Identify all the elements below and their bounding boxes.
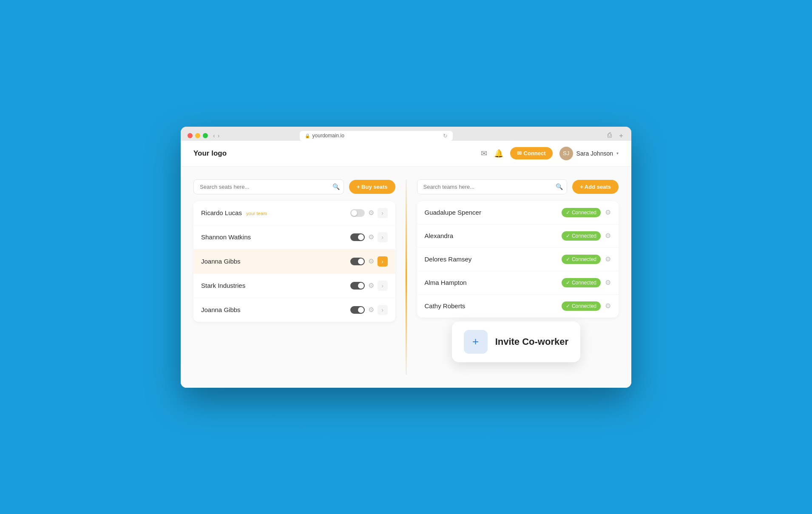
gear-icon[interactable]: ⚙ [368, 257, 374, 265]
nav-arrows: ‹ › [213, 132, 219, 139]
check-icon: ✓ [566, 256, 570, 262]
item-name: Joanna Gibbs [201, 306, 346, 313]
list-item: Joanna Gibbs ⚙ › [193, 250, 395, 274]
add-seats-button[interactable]: + Add seats [572, 180, 619, 194]
connected-badge: ✓ Connected [562, 255, 601, 264]
list-item: Delores Ramsey ✓ Connected ⚙ [417, 248, 619, 271]
connected-badge: ✓ Connected [562, 301, 601, 311]
item-name: Ricardo Lucas your team [201, 209, 346, 216]
check-icon: ✓ [566, 303, 570, 309]
right-search-wrapper: 🔍 [417, 179, 568, 194]
refresh-icon[interactable]: ↻ [443, 133, 448, 139]
item-controls: ⚙ › [350, 305, 388, 315]
list-item: Cathy Roberts ✓ Connected ⚙ [417, 295, 619, 318]
toggle-switch[interactable] [350, 306, 365, 314]
item-name: Alexandra [425, 232, 557, 239]
invite-text: Invite Co-worker [495, 336, 568, 347]
search-teams-input[interactable] [417, 179, 568, 194]
search-teams-icon: 🔍 [556, 183, 563, 190]
list-item: Shannon Watkins ⚙ › [193, 225, 395, 250]
gear-icon[interactable]: ⚙ [605, 208, 611, 216]
list-item: Ricardo Lucas your team ⚙ › [193, 201, 395, 225]
close-button[interactable] [187, 133, 193, 138]
item-controls: ⚙ › [350, 232, 388, 242]
mail-icon[interactable]: ✉ [481, 149, 487, 158]
item-name: Guadalupe Spencer [425, 209, 557, 216]
gear-icon[interactable]: ⚙ [605, 232, 611, 240]
logo: Your logo [193, 149, 227, 158]
chevron-right-icon[interactable]: › [378, 305, 388, 315]
gear-icon[interactable]: ⚙ [368, 233, 374, 241]
invite-plus-icon: + [464, 330, 488, 354]
list-item: Stark Industries ⚙ › [193, 274, 395, 298]
item-name: Shannon Watkins [201, 233, 346, 241]
address-bar[interactable]: 🔒 yourdomain.io ↻ [300, 131, 453, 141]
item-name: Joanna Gibbs [201, 258, 346, 265]
gear-icon[interactable]: ⚙ [368, 281, 374, 290]
item-controls: ⚙ › [350, 256, 388, 267]
item-name: Alma Hampton [425, 279, 557, 286]
share-icon[interactable]: ⎙ [608, 131, 612, 140]
item-name: Cathy Roberts [425, 302, 557, 310]
connect-icon: ✉ [517, 150, 522, 156]
browser-actions: ⎙ ＋ [608, 131, 625, 140]
top-nav: Your logo ✉ 🔔 ✉ Connect SJ Sara Johnson … [181, 141, 631, 167]
panel-divider [406, 179, 407, 375]
list-item: Alexandra ✓ Connected ⚙ [417, 224, 619, 248]
connected-badge: ✓ Connected [562, 208, 601, 217]
seats-list: Ricardo Lucas your team ⚙ › Shannon W [193, 201, 395, 322]
list-item: Joanna Gibbs ⚙ › [193, 298, 395, 322]
nav-right: ✉ 🔔 ✉ Connect SJ Sara Johnson ▾ [481, 147, 619, 160]
left-search-wrapper: 🔍 [193, 179, 344, 194]
forward-arrow[interactable]: › [218, 132, 220, 139]
check-icon: ✓ [566, 280, 570, 286]
connected-badge: ✓ Connected [562, 278, 601, 287]
search-seats-input[interactable] [193, 179, 344, 194]
search-seats-icon: 🔍 [332, 183, 340, 190]
chevron-right-icon[interactable]: › [378, 256, 388, 267]
connect-button[interactable]: ✉ Connect [510, 147, 553, 159]
lock-icon: 🔒 [305, 133, 310, 138]
item-tag: your team [246, 211, 267, 216]
invite-coworker-card[interactable]: + Invite Co-worker [452, 321, 580, 362]
right-search-row: 🔍 + Add seats [417, 179, 619, 194]
connected-badge: ✓ Connected [562, 231, 601, 241]
check-icon: ✓ [566, 233, 570, 239]
toggle-switch[interactable] [350, 258, 365, 265]
avatar: SJ [559, 147, 573, 160]
item-name: Stark Industries [201, 282, 346, 289]
left-search-row: 🔍 + Buy seats [193, 179, 395, 194]
gear-icon[interactable]: ⚙ [368, 306, 374, 314]
chevron-right-icon[interactable]: › [378, 281, 388, 291]
item-controls: ⚙ › [350, 208, 388, 218]
new-tab-icon[interactable]: ＋ [618, 131, 625, 140]
item-name: Delores Ramsey [425, 256, 557, 263]
toggle-switch[interactable] [350, 282, 365, 290]
gear-icon[interactable]: ⚙ [605, 278, 611, 287]
item-controls: ⚙ › [350, 281, 388, 291]
left-panel: 🔍 + Buy seats Ricardo Lucas your team [193, 179, 395, 375]
teams-list: Guadalupe Spencer ✓ Connected ⚙ Alexandr… [417, 201, 619, 318]
back-arrow[interactable]: ‹ [213, 132, 215, 139]
list-item: Alma Hampton ✓ Connected ⚙ [417, 271, 619, 295]
user-info[interactable]: SJ Sara Johnson ▾ [559, 147, 619, 160]
gear-icon[interactable]: ⚙ [368, 209, 374, 217]
check-icon: ✓ [566, 210, 570, 216]
traffic-lights [187, 133, 208, 138]
maximize-button[interactable] [203, 133, 208, 138]
bell-icon[interactable]: 🔔 [494, 149, 503, 158]
url-text: yourdomain.io [312, 133, 344, 139]
gear-icon[interactable]: ⚙ [605, 302, 611, 310]
minimize-button[interactable] [195, 133, 200, 138]
chevron-right-icon[interactable]: › [378, 232, 388, 242]
chevron-down-icon: ▾ [616, 151, 619, 156]
buy-seats-button[interactable]: + Buy seats [349, 180, 395, 194]
toggle-switch[interactable] [350, 233, 365, 241]
list-item: Guadalupe Spencer ✓ Connected ⚙ [417, 201, 619, 224]
chevron-right-icon[interactable]: › [378, 208, 388, 218]
gear-icon[interactable]: ⚙ [605, 255, 611, 263]
toggle-switch[interactable] [350, 209, 365, 217]
user-name: Sara Johnson [576, 150, 613, 157]
